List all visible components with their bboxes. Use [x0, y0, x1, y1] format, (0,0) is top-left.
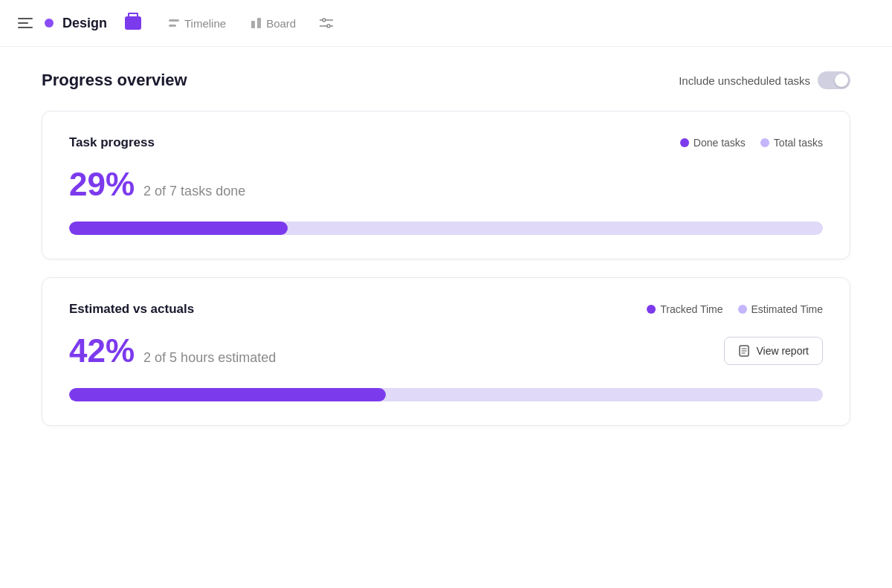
estimated-actuals-legend: Tracked Time Estimated Time	[647, 303, 823, 315]
estimated-actuals-description: 2 of 5 hours estimated	[143, 350, 276, 366]
view-report-label: View report	[756, 345, 809, 357]
filter-button[interactable]	[311, 12, 342, 34]
estimated-time-label: Estimated Time	[752, 303, 823, 315]
toggle-row: Include unscheduled tasks	[679, 71, 850, 89]
report-icon	[738, 345, 750, 357]
task-progress-title: Task progress	[69, 135, 155, 150]
task-progress-legend: Done tasks Total tasks	[680, 137, 823, 149]
estimated-actuals-stat-view-row: 42% 2 of 5 hours estimated View report	[69, 335, 823, 367]
timeline-icon	[168, 17, 180, 29]
main-content: Progress overview Include unscheduled ta…	[0, 47, 892, 468]
project-dot-icon	[45, 19, 54, 28]
estimated-actuals-title: Estimated vs actuals	[69, 302, 194, 317]
task-progress-bar-fill	[69, 222, 288, 235]
estimated-actuals-card-header: Estimated vs actuals Tracked Time Estima…	[69, 302, 823, 317]
total-tasks-dot	[760, 138, 769, 147]
briefcase-icon	[125, 16, 141, 30]
estimated-time-dot	[738, 305, 747, 314]
total-tasks-label: Total tasks	[774, 137, 823, 149]
tab-board[interactable]: Board	[241, 13, 305, 34]
task-progress-description: 2 of 7 tasks done	[143, 184, 245, 199]
tracked-time-label: Tracked Time	[660, 303, 723, 315]
estimated-actuals-card: Estimated vs actuals Tracked Time Estima…	[42, 277, 850, 426]
tracked-time-dot	[647, 305, 656, 314]
filter-icon	[320, 16, 333, 30]
tab-timeline-label: Timeline	[184, 17, 226, 30]
task-progress-stat-row: 29% 2 of 7 tasks done	[69, 168, 823, 201]
page-header: Progress overview Include unscheduled ta…	[42, 71, 850, 90]
top-nav: Design Timeline Board	[0, 0, 892, 47]
task-progress-percent: 29%	[69, 168, 135, 201]
tab-board-label: Board	[266, 17, 296, 30]
task-progress-bar	[69, 222, 823, 235]
estimated-actuals-stat-row: 42% 2 of 5 hours estimated	[69, 335, 276, 367]
legend-total-tasks: Total tasks	[760, 137, 823, 149]
estimated-actuals-progress-bar	[69, 388, 823, 401]
toggle-label: Include unscheduled tasks	[679, 74, 810, 87]
tab-timeline[interactable]: Timeline	[159, 13, 235, 34]
task-progress-card: Task progress Done tasks Total tasks 29%…	[42, 111, 850, 259]
done-tasks-dot	[680, 138, 689, 147]
unscheduled-tasks-toggle[interactable]	[818, 71, 850, 89]
estimated-actuals-bar-fill	[69, 388, 386, 401]
legend-tracked-time: Tracked Time	[647, 303, 723, 315]
legend-done-tasks: Done tasks	[680, 137, 746, 149]
view-report-button[interactable]: View report	[724, 337, 823, 365]
estimated-actuals-percent: 42%	[69, 335, 135, 367]
page-title: Progress overview	[42, 71, 187, 90]
done-tasks-label: Done tasks	[694, 137, 746, 149]
task-progress-card-header: Task progress Done tasks Total tasks	[69, 135, 823, 150]
hamburger-menu[interactable]	[18, 18, 33, 28]
project-title: Design	[62, 16, 107, 31]
board-icon	[250, 17, 262, 29]
legend-estimated-time: Estimated Time	[738, 303, 823, 315]
